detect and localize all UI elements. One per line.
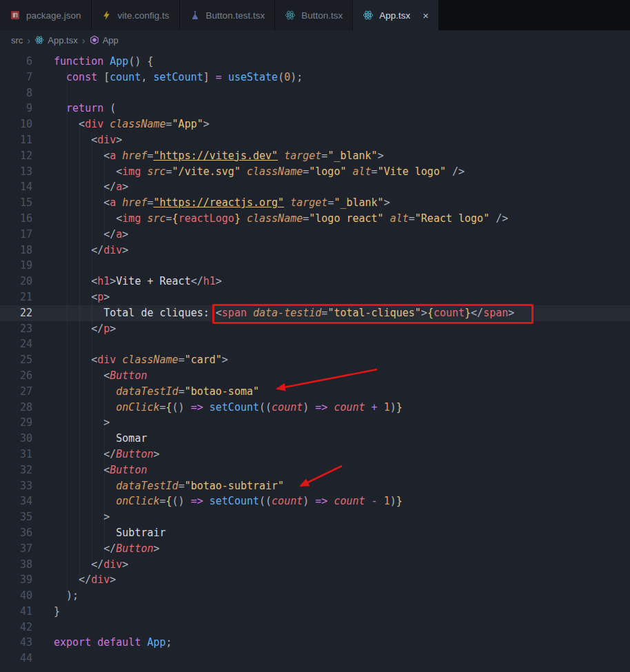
- line-number[interactable]: 28: [0, 400, 32, 416]
- line-number[interactable]: 35: [0, 509, 32, 525]
- code-line[interactable]: 41}: [0, 604, 630, 620]
- code-line[interactable]: 17 </a>: [0, 227, 630, 243]
- code-token: {: [172, 212, 179, 225]
- code-line[interactable]: 16 <img src={reactLogo} className="logo …: [0, 211, 630, 227]
- code-token: >: [103, 291, 110, 303]
- code-line[interactable]: 39 </div>: [0, 572, 630, 588]
- code-line[interactable]: 13 <img src="/vite.svg" className="logo"…: [0, 164, 630, 180]
- line-number[interactable]: 40: [0, 588, 32, 604]
- code-line[interactable]: 38 </div>: [0, 557, 630, 573]
- line-number[interactable]: 33: [0, 478, 32, 494]
- code-line[interactable]: 18 </div>: [0, 243, 630, 258]
- line-number[interactable]: 10: [0, 116, 32, 132]
- code-line[interactable]: 37 </Button>: [0, 541, 630, 557]
- code-line[interactable]: 12 <a href="https://vitejs.dev" target="…: [0, 148, 630, 164]
- code-line[interactable]: 35 >: [0, 509, 630, 525]
- code-text: );: [32, 588, 79, 604]
- code-line[interactable]: 14 </a>: [0, 179, 630, 195]
- line-number[interactable]: 19: [0, 258, 32, 274]
- line-number[interactable]: 38: [0, 557, 32, 573]
- code-token: [222, 71, 228, 83]
- code-line[interactable]: 21 <p>: [0, 289, 630, 305]
- code-editor[interactable]: 6function App() {7 const [count, setCoun…: [0, 50, 630, 666]
- breadcrumb-item-app-tsx[interactable]: App.tsx: [34, 35, 77, 45]
- line-number[interactable]: 6: [0, 54, 32, 70]
- code-line[interactable]: 32 <Button: [0, 462, 630, 478]
- code-line[interactable]: 24: [0, 336, 630, 352]
- code-line[interactable]: 30 Somar: [0, 431, 630, 447]
- code-line[interactable]: 40 );: [0, 588, 630, 604]
- code-line[interactable]: 10 <div className="App">: [0, 116, 630, 132]
- code-line[interactable]: 20 <h1>Vite + React</h1>: [0, 274, 630, 289]
- line-number[interactable]: 9: [0, 101, 32, 116]
- code-line[interactable]: 9 return (: [0, 101, 630, 116]
- line-number[interactable]: 14: [0, 179, 32, 195]
- line-number[interactable]: 15: [0, 195, 32, 211]
- editor-tab-app-tsx[interactable]: App.tsx×: [353, 0, 439, 30]
- line-number[interactable]: 34: [0, 493, 32, 509]
- code-line[interactable]: 34 onClick={() => setCount((count) => co…: [0, 493, 630, 509]
- line-number[interactable]: 30: [0, 431, 32, 447]
- code-line[interactable]: 42: [0, 620, 630, 635]
- line-number[interactable]: 25: [0, 352, 32, 368]
- line-number[interactable]: 18: [0, 243, 32, 258]
- code-token: [91, 636, 97, 649]
- code-line[interactable]: 43export default App;: [0, 635, 630, 651]
- line-number[interactable]: 29: [0, 415, 32, 431]
- line-number[interactable]: 39: [0, 572, 32, 588]
- line-number[interactable]: 36: [0, 525, 32, 541]
- code-line[interactable]: 27 dataTestId="botao-soma": [0, 384, 630, 400]
- breadcrumb-item-src[interactable]: src: [11, 35, 23, 45]
- line-number[interactable]: 17: [0, 227, 32, 243]
- editor-tab-button-tsx[interactable]: Button.tsx: [275, 0, 353, 30]
- code-line[interactable]: 29 >: [0, 415, 630, 431]
- code-line[interactable]: 31 </Button>: [0, 447, 630, 462]
- editor-tab-button-test-tsx[interactable]: Button.test.tsx: [180, 0, 276, 30]
- line-number[interactable]: 37: [0, 541, 32, 557]
- line-number[interactable]: 8: [0, 85, 32, 101]
- line-number[interactable]: 44: [0, 651, 32, 666]
- code-line[interactable]: 33 dataTestId="botao-subtrair": [0, 478, 630, 494]
- editor-tab-package-json[interactable]: package.json: [0, 0, 92, 30]
- code-line[interactable]: 26 <Button: [0, 368, 630, 384]
- code-line[interactable]: 25 <div className="card">: [0, 352, 630, 368]
- line-number[interactable]: 26: [0, 368, 32, 384]
- editor-tab-vite-config-ts[interactable]: vite.config.ts: [92, 0, 180, 30]
- line-number[interactable]: 41: [0, 604, 32, 620]
- line-number[interactable]: 43: [0, 635, 32, 651]
- line-number[interactable]: 13: [0, 164, 32, 180]
- code-line[interactable]: 36 Subtrair: [0, 525, 630, 541]
- line-number[interactable]: 21: [0, 289, 32, 305]
- code-token: [54, 102, 66, 114]
- code-token: [54, 401, 116, 414]
- breadcrumb-item-app[interactable]: App: [90, 35, 119, 45]
- line-number[interactable]: 7: [0, 70, 32, 85]
- line-number[interactable]: 23: [0, 321, 32, 337]
- line-number[interactable]: 27: [0, 384, 32, 400]
- line-number[interactable]: 12: [0, 148, 32, 164]
- code-line[interactable]: 28 onClick={() => setCount((count) => co…: [0, 400, 630, 416]
- code-line[interactable]: 22 Total de cliques: <span data-testid="…: [0, 305, 630, 321]
- code-line[interactable]: 8: [0, 85, 630, 101]
- line-number[interactable]: 22: [0, 305, 32, 321]
- tab-label: Button.test.tsx: [206, 10, 265, 21]
- code-token: =: [409, 212, 415, 225]
- code-line[interactable]: 6function App() {: [0, 54, 630, 70]
- line-number[interactable]: 42: [0, 620, 32, 635]
- code-line[interactable]: 7 const [count, setCount] = useState(0);: [0, 70, 630, 85]
- line-number[interactable]: 16: [0, 211, 32, 227]
- code-token: {: [427, 307, 434, 319]
- code-line[interactable]: 23 </p>: [0, 321, 630, 337]
- code-line[interactable]: 19: [0, 258, 630, 274]
- line-number[interactable]: 20: [0, 274, 32, 289]
- close-icon[interactable]: ×: [423, 10, 429, 21]
- code-text: Subtrair: [32, 525, 166, 541]
- code-token: [54, 71, 66, 83]
- line-number[interactable]: 31: [0, 447, 32, 462]
- line-number[interactable]: 24: [0, 336, 32, 352]
- line-number[interactable]: 32: [0, 462, 32, 478]
- code-line[interactable]: 11 <div>: [0, 132, 630, 148]
- line-number[interactable]: 11: [0, 132, 32, 148]
- code-line[interactable]: 44: [0, 651, 630, 666]
- code-line[interactable]: 15 <a href="https://reactjs.org" target=…: [0, 195, 630, 211]
